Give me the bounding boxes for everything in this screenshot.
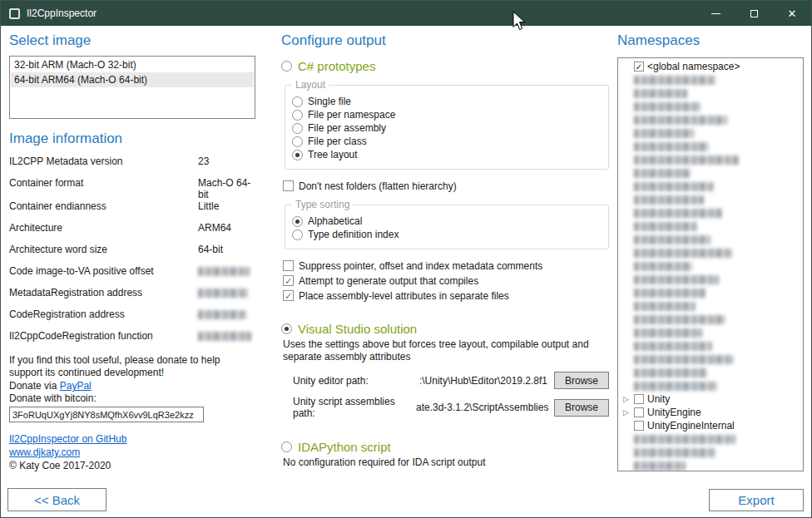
github-link[interactable]: Il2CppInspector on GitHub (9, 433, 255, 445)
namespace-item[interactable] (620, 313, 803, 326)
bitcoin-address-input[interactable] (9, 407, 204, 422)
export-button[interactable]: Export (709, 489, 804, 511)
expander-icon[interactable]: ▷ (621, 406, 631, 419)
image-list-item[interactable]: 64-bit ARM64 (Mach-O 64-bit) (11, 72, 254, 87)
donate-text: If you find this tool useful, please don… (9, 354, 252, 379)
namespace-item[interactable] (620, 326, 803, 339)
type-sorting-option[interactable]: Type definition index (292, 229, 600, 241)
radio-label: Alphabetical (308, 215, 362, 228)
namespace-item[interactable]: ▷Unity (620, 392, 803, 406)
namespace-item[interactable] (620, 299, 803, 313)
redacted-namespace (634, 182, 714, 191)
layout-option[interactable]: Tree layout (292, 149, 600, 161)
namespace-item[interactable] (620, 113, 803, 126)
image-list[interactable]: 32-bit ARM (Mach-O 32-bit)64-bit ARM64 (… (9, 56, 255, 119)
unity-editor-path-input[interactable]: :\Unity\Hub\Editor\2019.2.8f1 (416, 375, 554, 387)
csharp-prototypes-label: C# prototypes (298, 59, 375, 73)
namespace-item[interactable] (620, 140, 803, 153)
redacted-namespace (634, 448, 715, 457)
namespace-item[interactable] (620, 286, 803, 299)
namespace-item[interactable] (620, 166, 803, 180)
back-button[interactable]: << Back (7, 488, 106, 511)
namespace-item[interactable] (620, 220, 803, 233)
layout-option[interactable]: File per class (292, 136, 600, 148)
window-controls: ✕ (696, 1, 811, 26)
namespace-item[interactable] (620, 193, 803, 206)
radio-label: Tree layout (308, 149, 358, 161)
website-link[interactable]: www.djkaty.com (9, 446, 255, 458)
namespace-item[interactable] (620, 180, 803, 193)
redacted-namespace (634, 142, 709, 151)
expander-icon[interactable]: ▷ (621, 392, 631, 406)
layout-option[interactable]: Single file (292, 96, 600, 108)
namespace-item[interactable] (620, 259, 803, 273)
visual-studio-radio[interactable]: Visual Studio solution (281, 322, 609, 336)
redacted-namespace (634, 289, 706, 298)
output-option-checkbox[interactable]: ✓Attempt to generate output that compile… (283, 275, 609, 288)
donate-bitcoin-label: Donate with bitcoin: (9, 392, 255, 405)
namespace-item[interactable] (620, 459, 803, 471)
maximize-button[interactable] (735, 1, 773, 26)
type-sorting-groupbox-label: Type sorting (292, 199, 353, 210)
namespace-item[interactable] (620, 86, 803, 100)
layout-groupbox: Layout Single fileFile per namespaceFile… (285, 85, 609, 170)
namespace-item[interactable]: ✓<global namespace> (620, 60, 803, 73)
namespace-item[interactable] (620, 246, 803, 259)
unity-editor-browse-button[interactable]: Browse (554, 372, 609, 389)
namespace-item[interactable] (620, 379, 803, 392)
namespace-item[interactable] (620, 353, 803, 366)
namespace-item[interactable] (620, 233, 803, 246)
info-value (198, 265, 255, 277)
type-sorting-options: AlphabeticalType definition index (292, 215, 600, 241)
namespace-item[interactable] (620, 206, 803, 220)
namespace-item[interactable] (620, 366, 803, 379)
namespaces-list[interactable]: ✓<global namespace>▷Unity▷UnityEngineUni… (617, 57, 804, 471)
paypal-link[interactable]: PayPal (60, 380, 92, 392)
image-list-item[interactable]: 32-bit ARM (Mach-O 32-bit) (11, 57, 254, 72)
namespace-item[interactable] (620, 153, 803, 166)
redacted-namespace (634, 169, 691, 178)
layout-option[interactable]: File per assembly (292, 122, 600, 135)
minimize-button[interactable] (696, 1, 735, 26)
namespace-label: UnityEngineInternal (647, 419, 735, 432)
namespace-item[interactable] (620, 432, 803, 446)
info-value: ARM64 (198, 222, 255, 234)
redacted-namespace (634, 209, 722, 218)
checkbox-label: Don't nest folders (flatten hierarchy) (299, 180, 457, 193)
output-option-checkbox[interactable]: ✓Place assembly-level attributes in sepa… (283, 290, 609, 303)
info-row: CodeRegistration address (9, 308, 255, 330)
info-value: Mach-O 64-bit (198, 177, 255, 200)
csharp-prototypes-radio[interactable]: C# prototypes (281, 59, 609, 73)
minimize-icon (711, 13, 720, 14)
namespace-item[interactable] (620, 126, 803, 140)
unity-script-assemblies-browse-button[interactable]: Browse (554, 399, 609, 417)
type-sorting-option[interactable]: Alphabetical (292, 215, 600, 228)
layout-option[interactable]: File per namespace (292, 109, 600, 121)
output-option-checkbox[interactable]: Suppress pointer, offset and index metad… (283, 260, 609, 273)
namespace-item[interactable]: ▷UnityEngine (620, 406, 803, 419)
namespace-item[interactable] (620, 446, 803, 459)
namespace-item[interactable] (620, 339, 803, 353)
unity-script-assemblies-path-row: Unity script assemblies path: ate.3d-3.1… (293, 396, 609, 419)
flatten-hierarchy-checkbox[interactable]: Don't nest folders (flatten hierarchy) (283, 180, 609, 193)
idapython-radio[interactable]: IDAPython script (281, 440, 609, 454)
info-row: Il2CppCodeRegistration function (9, 330, 255, 352)
namespace-item[interactable] (620, 100, 803, 113)
namespace-item[interactable] (620, 273, 803, 286)
unity-script-assemblies-path-input[interactable]: ate.3d-3.1.2\ScriptAssemblies (416, 402, 554, 413)
redacted-namespace (634, 249, 732, 258)
checkbox-icon (634, 394, 644, 404)
configure-output-panel: Configure output C# prototypes Layout Si… (281, 32, 609, 469)
info-row: Container formatMach-O 64-bit (9, 177, 255, 200)
configure-output-heading: Configure output (281, 32, 609, 49)
checkbox-label: Place assembly-level attributes in separ… (299, 290, 509, 303)
copyright: © Katy Coe 2017-2020 (9, 460, 255, 472)
visual-studio-description: Uses the settings above but forces tree … (283, 338, 606, 363)
namespace-item[interactable] (620, 73, 803, 86)
info-label: Architecture (9, 222, 198, 234)
radio-icon (292, 229, 303, 240)
info-label: Container endianness (9, 200, 198, 212)
close-button[interactable]: ✕ (773, 1, 811, 26)
redacted-namespace (634, 461, 686, 471)
namespace-item[interactable]: UnityEngineInternal (620, 419, 803, 432)
